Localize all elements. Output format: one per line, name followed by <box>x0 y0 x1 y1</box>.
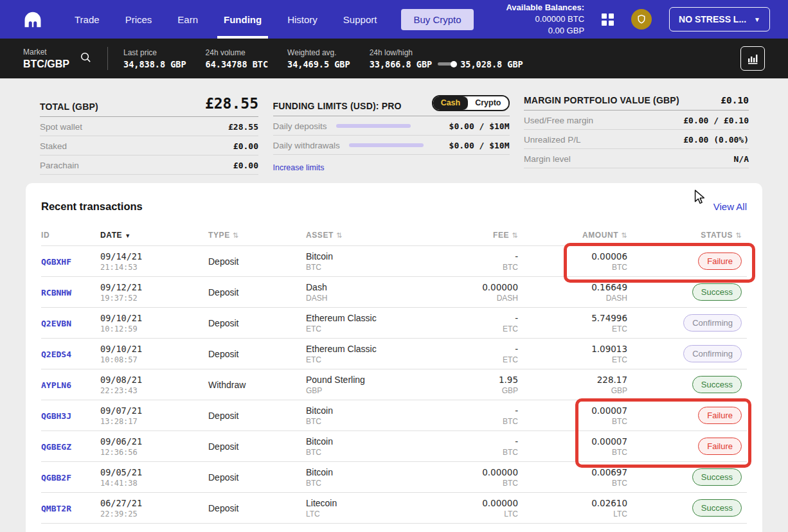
cell-date: 09/10/2110:08:57 <box>100 344 208 364</box>
cell-amount: 0.00007BTC <box>518 405 627 426</box>
cell-asset: BitcoinBTC <box>306 436 425 457</box>
table-row: RCBNHW 09/12/2119:37:52 Deposit DashDASH… <box>41 277 747 308</box>
used-free-margin-row: Used/Free margin£0.00 / £0.10 <box>524 111 749 130</box>
table-row: QGBH3J 09/07/2113:28:17 Deposit BitcoinB… <box>41 400 747 431</box>
market-label: Market <box>23 48 69 57</box>
cell-date: 09/12/2119:37:52 <box>100 282 208 303</box>
table-row: QGBB2F 09/05/2114:41:38 Deposit BitcoinB… <box>41 462 747 493</box>
cell-date: 09/14/2121:14:53 <box>100 251 208 272</box>
cell-fee: -BTC <box>425 436 518 457</box>
header-status[interactable]: STATUS⇅ <box>627 231 747 240</box>
cell-fee: -ETC <box>425 344 518 364</box>
nav-item-earn[interactable]: Earn <box>165 0 211 39</box>
transaction-id-link[interactable]: Q2EVBN <box>41 319 71 328</box>
header-type[interactable]: TYPE⇅ <box>208 231 306 240</box>
parachain-row: Parachain£0.00 <box>40 155 258 175</box>
deposits-progress-bar <box>336 124 411 128</box>
table-row: AYPLN6 09/08/2122:23:43 Withdraw Pound S… <box>41 369 747 400</box>
cell-type: Deposit <box>208 441 306 452</box>
table-row: Q2EDS4 09/10/2110:08:57 Deposit Ethereum… <box>41 339 747 369</box>
transaction-id-link[interactable]: Q2EDS4 <box>41 350 71 359</box>
sort-icon: ⇅ <box>735 231 742 239</box>
total-value: £28.55 <box>205 95 258 112</box>
low-high-slider <box>438 62 454 66</box>
margin-title: MARGIN PORTFOLIO VALUE (GBP) <box>524 95 679 105</box>
security-shield-icon[interactable] <box>631 9 652 30</box>
kraken-logo-icon[interactable] <box>23 11 42 28</box>
cell-type: Deposit <box>208 256 306 267</box>
cell-type: Deposit <box>208 472 306 483</box>
sort-desc-icon: ▼ <box>125 233 131 239</box>
cell-amount: 0.02610LTC <box>518 498 627 519</box>
nav-item-funding[interactable]: Funding <box>211 0 274 39</box>
toggle-crypto[interactable]: Crypto <box>468 96 508 110</box>
cell-type: Deposit <box>208 318 306 328</box>
spot-wallet-row: Spot wallet£28.55 <box>40 117 258 136</box>
cash-crypto-toggle: Cash Crypto <box>432 95 510 111</box>
cell-amount: 0.16649DASH <box>518 282 627 303</box>
sort-icon: ⇅ <box>621 231 627 239</box>
staked-row: Staked£0.00 <box>40 136 258 155</box>
daily-withdrawals-row: Daily withdrawals $0.00 / $10M <box>273 136 510 155</box>
search-icon[interactable] <box>80 51 92 66</box>
top-navigation: Trade Prices Earn Funding History Suppor… <box>0 0 788 39</box>
status-badge: Confirming <box>683 345 742 362</box>
buy-crypto-button[interactable]: Buy Crypto <box>401 9 473 30</box>
status-badge: Failure <box>698 438 742 455</box>
daily-deposits-row: Daily deposits $0.00 / $10M <box>273 116 510 136</box>
header-amount[interactable]: AMOUNT⇅ <box>518 231 627 240</box>
transaction-id-link[interactable]: QMBT2R <box>41 504 71 513</box>
header-date[interactable]: DATE▼ <box>100 231 208 240</box>
sort-icon: ⇅ <box>336 231 343 239</box>
transactions-body: QGBXHF 09/14/2121:14:53 Deposit BitcoinB… <box>41 246 747 524</box>
transaction-id-link[interactable]: AYPLN6 <box>41 380 71 390</box>
chevron-down-icon: ▼ <box>754 16 760 23</box>
margin-value: £0.10 <box>721 95 749 105</box>
toggle-cash[interactable]: Cash <box>433 96 469 110</box>
withdrawals-progress-bar <box>349 143 424 147</box>
account-dropdown[interactable]: NO STRESS L... ▼ <box>669 7 770 31</box>
market-pair[interactable]: BTC/GBP <box>23 58 69 70</box>
balances-title: Available Balances: <box>506 2 584 13</box>
table-row: QMBT2R 06/27/2122:39:25 Deposit Litecoin… <box>41 493 747 524</box>
cell-type: Deposit <box>208 503 306 513</box>
header-asset[interactable]: ASSET⇅ <box>306 231 425 240</box>
cell-asset: Pound SterlingGBP <box>306 375 425 395</box>
header-fee[interactable]: FEE⇅ <box>425 231 518 240</box>
cell-amount: 228.17GBP <box>518 375 627 395</box>
summary-section: TOTAL (GBP) £28.55 Spot wallet£28.55 Sta… <box>0 78 788 175</box>
increase-limits-link[interactable]: Increase limits <box>273 163 325 172</box>
high-value: 35,028.8 GBP <box>460 59 523 69</box>
transaction-id-link[interactable]: QGBEGZ <box>41 442 71 452</box>
cell-date: 09/06/2112:36:56 <box>100 436 208 457</box>
transaction-id-link[interactable]: QGBXHF <box>41 257 71 267</box>
nav-item-prices[interactable]: Prices <box>112 0 165 39</box>
nav-item-trade[interactable]: Trade <box>62 0 112 39</box>
cell-amount: 5.74996ETC <box>518 313 627 333</box>
transaction-id-link[interactable]: RCBNHW <box>41 288 71 297</box>
balance-fiat: 0.00 GBP <box>506 25 584 37</box>
recent-transactions-card: Recent transactions View All ID DATE▼ TY… <box>26 183 762 532</box>
cell-amount: 1.09013ETC <box>518 344 627 364</box>
view-all-link[interactable]: View All <box>713 201 747 212</box>
cell-date: 09/05/2114:41:38 <box>100 467 208 488</box>
chart-toggle-button[interactable] <box>740 46 765 71</box>
header-id[interactable]: ID <box>41 231 100 240</box>
cell-asset: LitecoinLTC <box>306 498 425 519</box>
cell-date: 09/08/2122:23:43 <box>100 375 208 395</box>
cell-type: Deposit <box>208 411 306 421</box>
transaction-id-link[interactable]: QGBB2F <box>41 473 71 483</box>
margin-level-row: Margin levelN/A <box>524 149 749 168</box>
cell-fee: -ETC <box>425 313 518 333</box>
cell-type: Withdraw <box>208 380 306 390</box>
transaction-id-link[interactable]: QGBH3J <box>41 411 71 421</box>
nav-item-history[interactable]: History <box>274 0 330 39</box>
apps-grid-icon[interactable] <box>602 13 614 26</box>
cell-asset: Ethereum ClassicETC <box>306 344 425 364</box>
cell-fee: -BTC <box>425 405 518 426</box>
status-badge: Success <box>692 376 742 393</box>
nav-item-support[interactable]: Support <box>330 0 390 39</box>
bar-chart-icon <box>746 52 759 65</box>
sort-icon: ⇅ <box>233 231 239 239</box>
low-value: 33,866.8 GBP <box>370 59 433 69</box>
